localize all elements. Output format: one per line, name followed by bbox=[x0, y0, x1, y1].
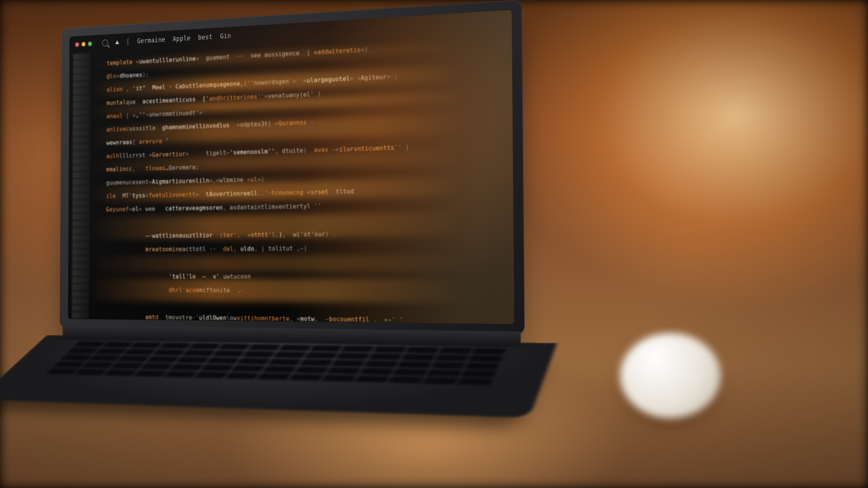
search-icon[interactable] bbox=[102, 40, 108, 46]
maximize-icon[interactable] bbox=[88, 41, 92, 46]
laptop-base bbox=[0, 335, 557, 418]
laptop-lid: [ Germaine Apple best Gin template «uwan… bbox=[60, 0, 525, 335]
bracket-open: [ bbox=[126, 38, 130, 46]
menu-item-2[interactable]: best bbox=[198, 33, 212, 41]
editor-screen: [ Germaine Apple best Gin template «uwan… bbox=[68, 10, 514, 324]
menu-item-3[interactable]: Gin bbox=[220, 32, 231, 40]
menu-item-0[interactable]: Germaine bbox=[137, 36, 165, 45]
line-number-gutter bbox=[68, 53, 93, 319]
minimize-icon[interactable] bbox=[82, 42, 86, 46]
close-icon[interactable] bbox=[75, 42, 79, 47]
laptop: [ Germaine Apple best Gin template «uwan… bbox=[59, 0, 525, 435]
keyboard bbox=[29, 341, 506, 404]
code-editor-content: template «uwantulllerunline» guament ·· … bbox=[96, 31, 510, 324]
upload-icon[interactable] bbox=[115, 40, 119, 44]
menu-item-1[interactable]: Apple bbox=[173, 34, 191, 43]
window-traffic-lights[interactable] bbox=[75, 41, 92, 47]
